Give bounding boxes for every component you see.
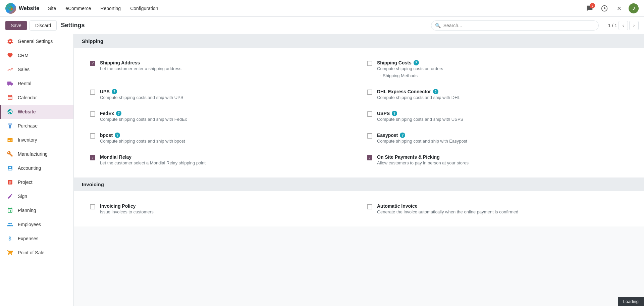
fedex-label: FedEx ?: [100, 111, 187, 116]
nav-site[interactable]: Site: [43, 4, 61, 13]
pagination-next[interactable]: ›: [629, 21, 639, 30]
rental-icon: [6, 80, 14, 87]
sidebar-label-inventory: Inventory: [18, 137, 37, 143]
fedex-content: FedEx ? Compute shipping costs and ship …: [100, 111, 187, 122]
sidebar-label-employees: Employees: [18, 222, 41, 227]
clock-button[interactable]: [599, 3, 610, 14]
shipping-address-checkbox-wrapper[interactable]: ✓: [90, 61, 95, 66]
sign-icon: [6, 193, 14, 200]
usps-checkbox-wrapper[interactable]: [367, 111, 372, 117]
ups-checkbox[interactable]: [90, 90, 95, 95]
automatic-invoice-checkbox-wrapper[interactable]: [367, 204, 372, 209]
invoicing-policy-checkbox[interactable]: [90, 204, 95, 209]
automatic-invoice-content: Automatic Invoice Generate the invoice a…: [377, 203, 518, 214]
expenses-icon: [6, 235, 14, 242]
shipping-methods-link[interactable]: → Shipping Methods: [377, 73, 443, 78]
easypost-label: Easypost ?: [377, 133, 467, 138]
sidebar-item-point-of-sale[interactable]: Point of Sale: [0, 246, 73, 260]
discard-button[interactable]: Discard: [30, 20, 57, 31]
bpost-checkbox[interactable]: [90, 133, 95, 139]
dhl-checkbox[interactable]: [367, 90, 372, 95]
point-of-sale-icon: [6, 249, 14, 256]
shipping-costs-checkbox[interactable]: [367, 61, 372, 66]
dhl-desc: Compute shipping costs and ship with DHL: [377, 95, 460, 100]
shipping-costs-checkbox-wrapper[interactable]: [367, 61, 372, 66]
fedex-checkbox[interactable]: [90, 111, 95, 117]
nav-ecommerce[interactable]: eCommerce: [61, 4, 96, 13]
nav-reporting[interactable]: Reporting: [96, 4, 125, 13]
close-button[interactable]: [614, 3, 625, 14]
shipping-address-checkbox[interactable]: ✓: [90, 61, 95, 66]
usps-help-icon[interactable]: ?: [392, 111, 397, 116]
easypost-checkbox[interactable]: [367, 133, 372, 139]
automatic-invoice-checkbox[interactable]: [367, 204, 372, 209]
website-icon: [6, 108, 14, 115]
sidebar-item-employees[interactable]: Employees: [0, 217, 73, 232]
sidebar-label-website: Website: [18, 109, 36, 114]
sidebar-label-calendar: Calendar: [18, 95, 37, 100]
bpost-content: bpost ? Compute shipping costs and ship …: [100, 133, 185, 144]
invoicing-policy-checkbox-wrapper[interactable]: [90, 204, 95, 209]
bpost-help-icon[interactable]: ?: [115, 133, 120, 138]
shipping-address-content: Shipping Address Let the customer enter …: [100, 60, 181, 71]
on-site-payments-checkbox[interactable]: ✓: [367, 155, 372, 160]
sidebar-item-sign[interactable]: Sign: [0, 189, 73, 203]
general-settings-icon: [6, 38, 14, 45]
dhl-help-icon[interactable]: ?: [433, 89, 438, 94]
sidebar-item-calendar[interactable]: Calendar: [0, 91, 73, 105]
sidebar-label-manufacturing: Manufacturing: [18, 151, 48, 157]
on-site-payments-checkbox-wrapper[interactable]: ✓: [367, 155, 372, 160]
save-button[interactable]: Save: [5, 21, 27, 30]
sidebar-item-inventory[interactable]: Inventory: [0, 133, 73, 147]
sidebar-item-planning[interactable]: Planning: [0, 203, 73, 217]
invoicing-policy-label: Invoicing Policy: [100, 203, 154, 209]
fedex-checkbox-wrapper[interactable]: [90, 111, 95, 117]
on-site-payments-check: ✓: [368, 156, 371, 160]
ups-checkbox-wrapper[interactable]: [90, 90, 95, 95]
sales-icon: [6, 66, 14, 73]
sidebar-item-crm[interactable]: CRM: [0, 48, 73, 62]
dhl-item: DHL Express Connector ? Compute shipping…: [359, 84, 628, 105]
sidebar-label-rental: Rental: [18, 81, 31, 86]
automatic-invoice-label: Automatic Invoice: [377, 203, 518, 209]
search-input[interactable]: [431, 20, 599, 31]
sidebar-item-rental[interactable]: Rental: [0, 76, 73, 91]
sidebar-label-purchase: Purchase: [18, 123, 38, 129]
on-site-payments-label: On Site Payments & Picking: [377, 154, 469, 160]
shipping-address-item: ✓ Shipping Address Let the customer ente…: [90, 55, 359, 84]
usps-checkbox[interactable]: [367, 111, 372, 117]
mondial-relay-checkbox[interactable]: ✓: [90, 155, 95, 160]
purchase-icon: [6, 122, 14, 130]
user-avatar[interactable]: J: [629, 3, 639, 13]
shipping-address-check: ✓: [91, 62, 94, 65]
sidebar-item-sales[interactable]: Sales: [0, 62, 73, 76]
mondial-relay-checkbox-wrapper[interactable]: ✓: [90, 155, 95, 160]
pagination: 1 / 1 ‹ ›: [608, 21, 639, 30]
calendar-icon: [6, 94, 14, 101]
shipping-costs-help-icon[interactable]: ?: [414, 60, 419, 65]
sidebar-item-expenses[interactable]: Expenses: [0, 232, 73, 246]
easypost-desc: Compute shipping cost and ship with Easy…: [377, 139, 467, 144]
sidebar-item-purchase[interactable]: Purchase: [0, 119, 73, 133]
easypost-checkbox-wrapper[interactable]: [367, 133, 372, 139]
fedex-help-icon[interactable]: ?: [116, 111, 121, 116]
sidebar-item-project[interactable]: Project: [0, 175, 73, 189]
bpost-checkbox-wrapper[interactable]: [90, 133, 95, 139]
nav-configuration[interactable]: Configuration: [125, 4, 163, 13]
app-logo[interactable]: [5, 3, 16, 14]
dhl-checkbox-wrapper[interactable]: [367, 90, 372, 95]
pagination-prev[interactable]: ‹: [619, 21, 628, 30]
shipping-header: Shipping: [74, 34, 644, 48]
invoicing-title: Invoicing: [82, 182, 104, 187]
messages-button[interactable]: 3: [584, 3, 595, 14]
sidebar-item-manufacturing[interactable]: Manufacturing: [0, 147, 73, 161]
sidebar-item-general-settings[interactable]: General Settings: [0, 34, 73, 48]
svg-point-1: [9, 7, 11, 8]
easypost-help-icon[interactable]: ?: [400, 133, 405, 138]
sidebar-item-website[interactable]: Website: [0, 105, 73, 119]
sidebar-item-accounting[interactable]: Accounting: [0, 161, 73, 175]
main-layout: General Settings CRM Sales Rental: [0, 34, 644, 306]
mondial-relay-desc: Let the customer select a Mondial Relay …: [100, 160, 206, 165]
accounting-icon: [6, 164, 14, 172]
ups-help-icon[interactable]: ?: [112, 89, 117, 94]
